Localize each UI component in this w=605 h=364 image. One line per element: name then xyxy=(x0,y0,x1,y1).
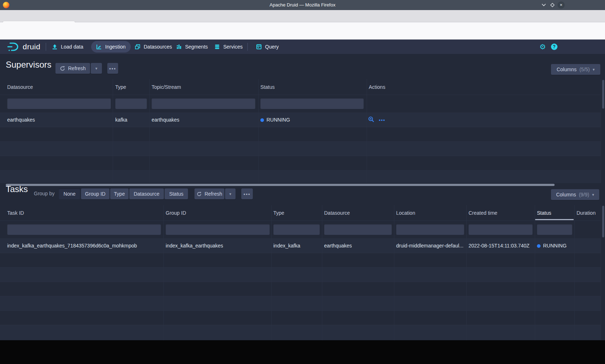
status-dot-running xyxy=(260,118,264,122)
filter-input-datasource[interactable] xyxy=(7,98,111,109)
cell-type: index_kafka xyxy=(273,243,300,249)
supervisors-more-button[interactable]: ••• xyxy=(107,63,118,74)
columns-count: (9/9) xyxy=(579,192,589,197)
row-more-icon[interactable]: ••• xyxy=(379,117,385,123)
row-divider xyxy=(0,95,601,95)
supervisors-columns-button[interactable]: Columns (5/5) ▾ xyxy=(551,64,600,75)
column-divider xyxy=(601,205,601,340)
cell-group-id: index_kafka_earthquakes xyxy=(166,243,223,249)
row-divider xyxy=(0,141,601,142)
tasks-refresh-caret-button[interactable]: ▾ xyxy=(225,188,236,199)
settings-button[interactable]: ⚙ xyxy=(539,40,546,54)
supervisors-vertical-scrollbar[interactable] xyxy=(602,80,604,109)
row-divider xyxy=(0,339,601,340)
row-divider xyxy=(0,282,601,282)
pane-splitter-handle[interactable] xyxy=(6,184,555,186)
window-minimize-button[interactable] xyxy=(540,1,547,9)
column-header-type[interactable]: Type xyxy=(273,210,284,216)
tasks-vertical-scrollbar[interactable] xyxy=(602,206,604,237)
tasks-columns-button[interactable]: Columns (9/9) ▾ xyxy=(551,189,599,200)
column-header-duration[interactable]: Duration xyxy=(577,210,596,216)
refresh-label: Refresh xyxy=(205,191,222,197)
nav-item-datasources[interactable]: Datasources xyxy=(135,40,172,54)
nav-item-label: Ingestion xyxy=(105,44,126,50)
nav-item-services[interactable]: Services xyxy=(214,40,243,54)
column-header-group-id[interactable]: Group ID xyxy=(166,210,186,216)
tasks-more-button[interactable]: ••• xyxy=(241,188,253,199)
filter-input-group-id[interactable] xyxy=(166,224,270,235)
columns-count: (5/5) xyxy=(579,67,590,72)
column-divider xyxy=(535,205,535,340)
magnify-plus-icon[interactable] xyxy=(368,116,375,123)
nav-item-ingestion[interactable]: Ingestion xyxy=(91,41,131,53)
console-content: Supervisors Refresh ▾ ••• Columns (5/5) … xyxy=(0,54,605,340)
supervisors-refresh-button[interactable]: Refresh xyxy=(55,63,90,74)
filter-input-type[interactable] xyxy=(115,98,147,109)
chevron-down-icon: ▾ xyxy=(592,192,594,197)
chevron-down-icon: ▾ xyxy=(95,66,98,71)
more-icon: ••• xyxy=(243,191,251,197)
column-header-actions: Actions xyxy=(369,84,385,90)
cell-task-id: index_kafka_earthquakes_7184357396d6c0a_… xyxy=(7,243,137,249)
group-by-option-label: None xyxy=(63,191,75,197)
tasks-refresh-button[interactable]: Refresh xyxy=(194,188,224,199)
column-header-status-sorted[interactable]: Status xyxy=(537,210,551,216)
cell-actions: ••• xyxy=(368,116,385,123)
filter-input-type[interactable] xyxy=(273,224,320,235)
diamond-icon xyxy=(550,3,555,7)
filter-input-status[interactable] xyxy=(260,98,364,109)
group-by-label: Group by xyxy=(34,191,55,196)
group-by-status-button[interactable]: Status xyxy=(165,188,188,199)
browser-toolbar: 172.18.0.4:30109/unified-console.html#in… xyxy=(0,22,605,40)
cell-datasource: earthquakes xyxy=(7,117,35,123)
group-by-type-button[interactable]: Type xyxy=(110,188,129,199)
cell-status: RUNNING xyxy=(260,117,290,123)
nav-item-query[interactable]: Query xyxy=(256,40,279,54)
supervisors-refresh-caret-button[interactable]: ▾ xyxy=(91,63,102,74)
column-divider xyxy=(466,205,467,340)
nav-item-load-data[interactable]: Load data xyxy=(52,40,83,54)
nav-item-segments[interactable]: Segments xyxy=(176,40,208,54)
group-by-none-button[interactable]: None xyxy=(59,188,80,199)
window-maximize-button[interactable] xyxy=(549,1,556,9)
nav-item-label: Segments xyxy=(185,44,208,50)
column-header-created-time[interactable]: Created time xyxy=(469,210,497,216)
row-divider xyxy=(0,113,601,113)
nav-item-label: Load data xyxy=(61,44,83,50)
nav-item-label: Services xyxy=(223,44,243,50)
filter-input-datasource[interactable] xyxy=(324,224,392,235)
row-divider xyxy=(0,253,601,253)
column-divider xyxy=(394,205,394,340)
column-header-topic-stream[interactable]: Topic/Stream xyxy=(152,84,181,90)
chevron-down-icon xyxy=(542,4,546,6)
filter-input-topic-stream[interactable] xyxy=(152,98,255,109)
refresh-icon xyxy=(60,66,65,71)
druid-brand[interactable]: druid xyxy=(6,40,40,54)
column-header-datasource[interactable]: Datasource xyxy=(7,84,33,90)
tasks-table: Task ID Group ID Type Datasource Locatio… xyxy=(0,205,605,340)
druid-logo-icon xyxy=(6,42,19,52)
table-row[interactable] xyxy=(0,113,601,127)
chevron-down-icon: ▾ xyxy=(229,192,232,196)
group-by-datasource-button[interactable]: Datasource xyxy=(129,188,164,199)
group-by-option-label: Status xyxy=(169,191,184,197)
group-by-group-id-button[interactable]: Group ID xyxy=(81,188,109,199)
row-divider xyxy=(0,127,601,127)
column-header-location[interactable]: Location xyxy=(396,210,415,216)
filter-input-status[interactable] xyxy=(537,224,572,235)
group-by-option-label: Group ID xyxy=(85,191,106,197)
column-header-status[interactable]: Status xyxy=(260,84,275,90)
row-divider xyxy=(0,296,601,296)
filter-input-created-time[interactable] xyxy=(469,224,533,235)
filter-input-task-id[interactable] xyxy=(7,224,161,235)
table-row xyxy=(0,296,601,310)
window-close-button[interactable]: × xyxy=(557,1,565,9)
filter-input-location[interactable] xyxy=(396,224,464,235)
column-divider xyxy=(271,205,272,340)
row-divider xyxy=(0,238,601,239)
column-header-type[interactable]: Type xyxy=(115,84,126,90)
column-header-task-id[interactable]: Task ID xyxy=(7,210,24,216)
column-header-datasource[interactable]: Datasource xyxy=(324,210,350,216)
column-divider xyxy=(601,79,601,183)
help-button[interactable]: ? xyxy=(551,40,557,54)
